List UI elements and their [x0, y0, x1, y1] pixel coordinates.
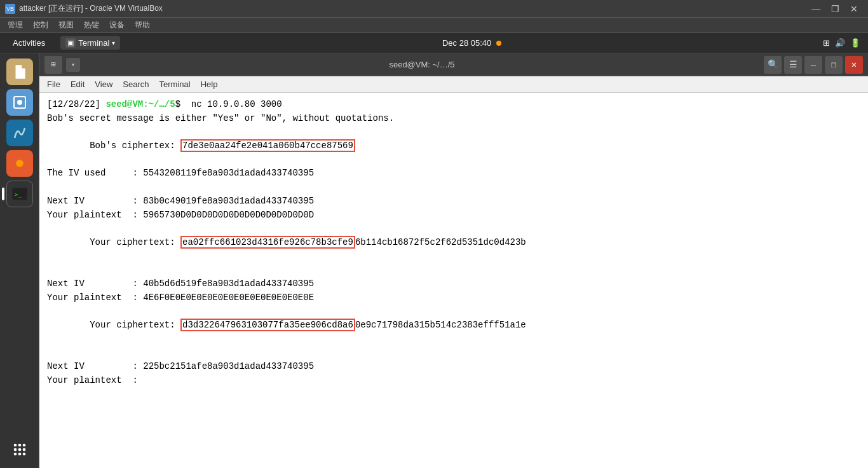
os-menubar: 管理 控制 视图 热键 设备 帮助 — [0, 18, 868, 33]
terminal-title: seed@VM: ~/…/5 — [389, 60, 454, 69]
svg-point-1 — [17, 100, 22, 105]
block3-plaintext: Your plaintext : — [47, 374, 860, 388]
block1-plaintext: Your plaintext : 5965730D0D0D0D0D0D0D0D0… — [47, 209, 860, 223]
terminal-search-button[interactable]: 🔍 — [764, 56, 782, 74]
activities-button[interactable]: Activities — [8, 36, 50, 50]
line-bobs-ciphertext: Bob's ciphertex: 7de3e0aa24fe2e041a060b4… — [47, 125, 860, 167]
ciphertext-prefix: Bob's ciphertex: — [90, 141, 180, 151]
prompt-date: [12/28/22] — [47, 98, 100, 112]
terminal-close-button[interactable]: ✕ — [845, 56, 863, 74]
command-line: [12/28/22] seed@VM:~/…/5 $ nc 10.9.0.80 … — [47, 98, 860, 112]
terminal-menu-terminal[interactable]: Terminal — [154, 78, 196, 90]
menu-view[interactable]: 视图 — [53, 18, 79, 32]
menu-control[interactable]: 控制 — [28, 18, 53, 32]
dock-wireshark-icon[interactable] — [6, 120, 33, 146]
dock-screenshot-icon[interactable] — [6, 89, 33, 116]
terminal-menu-button[interactable]: ☰ — [784, 56, 802, 74]
prompt-user-host: seed@VM:~/…/5 — [100, 98, 175, 112]
menu-hotkey[interactable]: 热键 — [79, 18, 104, 32]
terminal-menu-edit[interactable]: Edit — [65, 78, 90, 90]
block2-ciphertext-line: Your ciphertext: d3d322647963103077fa35e… — [47, 305, 860, 346]
terminal-menu-view[interactable]: View — [90, 78, 118, 90]
block1-ciphertext-line: Your ciphertext: ea02ffc661023d4316fe926… — [47, 222, 860, 263]
minimize-button[interactable]: — — [807, 2, 825, 16]
dock-firefox-icon[interactable] — [6, 150, 33, 177]
dock-apps-icon[interactable] — [6, 436, 33, 463]
svg-point-9 — [13, 448, 17, 451]
svg-point-8 — [22, 444, 25, 447]
svg-text:>_: >_ — [14, 191, 22, 198]
terminal-dropdown-icon: ▾ — [112, 39, 115, 46]
gnome-topbar-right: ⊞ 🔊 🔋 — [823, 38, 860, 48]
svg-point-3 — [16, 160, 24, 167]
block1-next-iv: Next IV : 83b0c49019fe8a903d1adad4337403… — [47, 195, 860, 209]
blank-line-1 — [47, 181, 860, 195]
terminal-content[interactable]: [12/28/22] seed@VM:~/…/5 $ nc 10.9.0.80 … — [39, 93, 868, 468]
network-icon: ⊞ — [823, 38, 830, 48]
terminal-window: ⊞ ▾ seed@VM: ~/…/5 🔍 ☰ — ❐ ✕ File Edit V… — [39, 53, 868, 468]
gnome-datetime: Dec 28 05:40 — [442, 38, 501, 48]
dock-terminal-icon[interactable]: >_ — [6, 181, 33, 207]
terminal-menu-file[interactable]: File — [42, 78, 65, 90]
prompt-command: $ nc 10.9.0.80 3000 — [175, 98, 282, 112]
gnome-topbar: Activities ▣ Terminal ▾ Dec 28 05:40 ⊞ 🔊… — [0, 33, 868, 53]
terminal-scroll-up-button[interactable]: ⊞ — [44, 56, 62, 74]
terminal-menu: File Edit View Search Terminal Help — [39, 76, 868, 93]
dock-files-icon[interactable] — [6, 59, 33, 85]
window-controls[interactable]: — ❐ ✕ — [807, 2, 863, 16]
menu-help[interactable]: 帮助 — [130, 18, 155, 32]
datetime-label: Dec 28 05:40 — [442, 38, 491, 48]
svg-point-6 — [13, 444, 17, 447]
svg-point-7 — [18, 444, 21, 447]
line-bobs-message: Bob's secret message is either "Yes" or … — [47, 112, 860, 126]
line-iv-used: The IV used : 5543208119fe8a903d1adad433… — [47, 167, 860, 181]
block1-ct-prefix: Your ciphertext: — [90, 237, 180, 247]
terminal-menu-help[interactable]: Help — [196, 78, 223, 90]
svg-point-12 — [13, 453, 17, 456]
svg-point-11 — [22, 448, 25, 451]
window-title: attacker [正在运行] - Oracle VM VirtualBox — [19, 3, 163, 14]
block2-next-iv: Next IV : 40b5d6d519fe8a903d1adad4337403… — [47, 277, 860, 291]
block1-ct-rest: 6b114cb16872f5c2f62d5351dc0d423b — [355, 237, 526, 247]
terminal-label: Terminal — [78, 38, 109, 48]
terminal-taskbar-button[interactable]: ▣ Terminal ▾ — [60, 36, 120, 50]
terminal-titlebar-left: ⊞ ▾ — [44, 56, 80, 74]
svg-point-14 — [22, 453, 25, 456]
terminal-maximize-button[interactable]: ❐ — [825, 56, 843, 74]
menu-manage[interactable]: 管理 — [3, 18, 28, 32]
block2-plaintext: Your plaintext : 4E6F0E0E0E0E0E0E0E0E0E0… — [47, 291, 860, 305]
ciphertext-value-highlighted: 7de3e0aa24fe2e041a060b47cce87569 — [180, 139, 355, 152]
terminal-menu-search[interactable]: Search — [118, 78, 154, 90]
virtualbox-icon: VB — [5, 4, 15, 14]
block2-ct-highlighted: d3d322647963103077fa35ee906cd8a6 — [180, 319, 355, 331]
notification-dot — [496, 41, 501, 46]
title-bar: VB attacker [正在运行] - Oracle VM VirtualBo… — [0, 0, 868, 18]
svg-point-10 — [18, 448, 21, 451]
terminal-titlebar-right: 🔍 ☰ — ❐ ✕ — [764, 56, 863, 74]
gnome-topbar-left: Activities ▣ Terminal ▾ — [8, 36, 120, 50]
main-layout: >_ ⊞ ▾ seed@VM: ~/…/5 🔍 ☰ — ❐ ✕ — [0, 53, 868, 468]
block2-ct-prefix: Your ciphertext: — [90, 320, 180, 330]
audio-icon: 🔊 — [835, 38, 845, 48]
svg-point-13 — [18, 453, 21, 456]
block1-ct-highlighted: ea02ffc661023d4316fe926c78b3cfe9 — [180, 236, 355, 249]
terminal-dropdown-button[interactable]: ▾ — [66, 58, 80, 72]
title-bar-left: VB attacker [正在运行] - Oracle VM VirtualBo… — [5, 3, 163, 14]
block2-ct-rest: 0e9c71798da315b514c2383efff51a1e — [355, 320, 526, 330]
battery-icon: 🔋 — [850, 38, 860, 48]
blank-line-3 — [47, 346, 860, 360]
menu-device[interactable]: 设备 — [104, 18, 130, 32]
blank-line-2 — [47, 263, 860, 277]
terminal-minimize-button[interactable]: — — [804, 56, 822, 74]
maximize-button[interactable]: ❐ — [826, 2, 844, 16]
close-button[interactable]: ✕ — [845, 2, 863, 16]
terminal-titlebar: ⊞ ▾ seed@VM: ~/…/5 🔍 ☰ — ❐ ✕ — [39, 53, 868, 76]
terminal-icon: ▣ — [65, 38, 76, 48]
block3-next-iv: Next IV : 225bc2151afe8a903d1adad4337403… — [47, 360, 860, 374]
dock: >_ — [0, 53, 39, 468]
